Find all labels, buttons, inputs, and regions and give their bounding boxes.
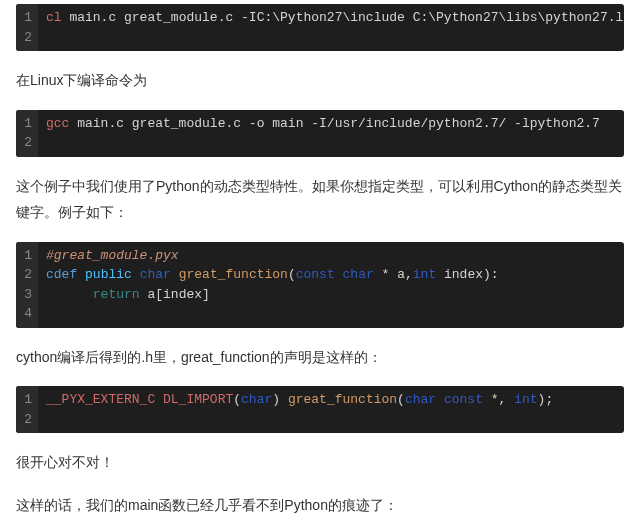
keyword-token: const — [296, 267, 335, 282]
gutter: 1234 — [16, 242, 38, 328]
type-token: int — [413, 267, 436, 282]
gutter: 12 — [16, 386, 38, 433]
line-number: 1 — [20, 114, 32, 134]
code-content: cl main.c great_module.c -IC:\Python27\i… — [38, 4, 624, 51]
func-token: great_function — [179, 267, 288, 282]
line-number: 3 — [20, 285, 32, 305]
line-number: 2 — [20, 28, 32, 48]
code-block-header: 12 __PYX_EXTERN_C DL_IMPORT(char) great_… — [16, 386, 624, 433]
keyword-token: public — [85, 267, 132, 282]
line-number: 2 — [20, 410, 32, 430]
func-token: great_function — [288, 392, 397, 407]
code-block-gcc: 12 gcc main.c great_module.c -o main -I/… — [16, 110, 624, 157]
gutter: 12 — [16, 4, 38, 51]
comment-token: #great_module.pyx — [46, 248, 179, 263]
paragraph: cython编译后得到的.h里，great_function的声明是这样的： — [16, 344, 624, 371]
type-token: char — [140, 267, 171, 282]
code-content: #great_module.pyx cdef public char great… — [38, 242, 624, 328]
type-token: char — [241, 392, 272, 407]
code-content: gcc main.c great_module.c -o main -I/usr… — [38, 110, 624, 157]
paragraph: 这个例子中我们使用了Python的动态类型特性。如果你想指定类型，可以利用Cyt… — [16, 173, 624, 226]
args-token: main.c great_module.c -IC:\Python27\incl… — [62, 10, 624, 25]
type-token: int — [514, 392, 537, 407]
macro-token: __PYX_EXTERN_C DL_IMPORT — [46, 392, 233, 407]
code-block-cython: 1234 #great_module.pyx cdef public char … — [16, 242, 624, 328]
code-content: __PYX_EXTERN_C DL_IMPORT(char) great_fun… — [38, 386, 624, 433]
type-token: char — [405, 392, 436, 407]
gutter: 12 — [16, 110, 38, 157]
paragraph: 在Linux下编译命令为 — [16, 67, 624, 94]
line-number: 1 — [20, 8, 32, 28]
command-token: gcc — [46, 116, 69, 131]
line-number: 4 — [20, 304, 32, 324]
command-token: cl — [46, 10, 62, 25]
paragraph: 很开心对不对！ — [16, 449, 624, 476]
code-block-cl: 12 cl main.c great_module.c -IC:\Python2… — [16, 4, 624, 51]
keyword-token: return — [93, 287, 140, 302]
keyword-token: cdef — [46, 267, 77, 282]
args-token: main.c great_module.c -o main -I/usr/inc… — [69, 116, 600, 131]
line-number: 1 — [20, 390, 32, 410]
line-number: 1 — [20, 246, 32, 266]
paragraph: 这样的话，我们的main函数已经几乎看不到Python的痕迹了： — [16, 492, 624, 515]
line-number: 2 — [20, 265, 32, 285]
line-number: 2 — [20, 133, 32, 153]
type-token: char — [343, 267, 374, 282]
keyword-token: const — [444, 392, 483, 407]
